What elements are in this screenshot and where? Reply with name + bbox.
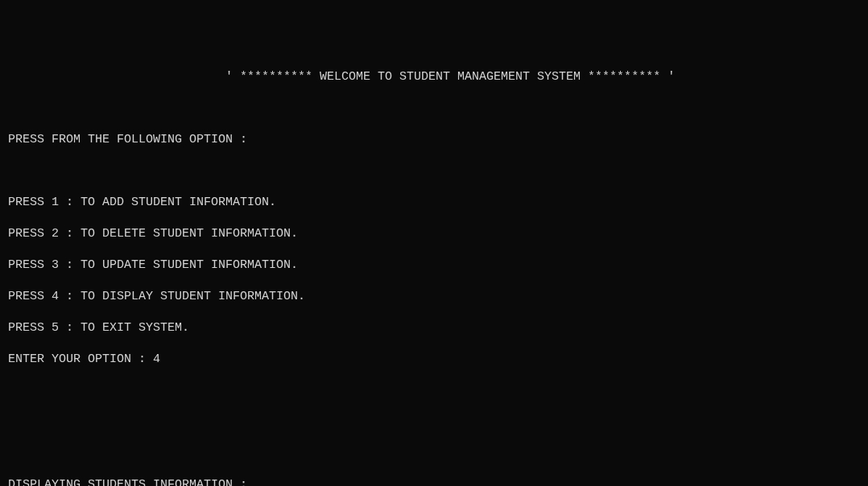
input-prompt-answered: ENTER YOUR OPTION : 4: [8, 352, 860, 368]
blank-line: [8, 414, 860, 430]
menu-option-3: PRESS 3 : TO UPDATE STUDENT INFORMATION.: [8, 257, 860, 274]
menu-option-5: PRESS 5 : TO EXIT SYSTEM.: [8, 320, 860, 336]
menu-option-4: PRESS 4 : TO DISPLAY STUDENT INFORMATION…: [8, 289, 860, 305]
blank-line: [8, 101, 860, 117]
menu-header: PRESS FROM THE FOLLOWING OPTION :: [8, 132, 860, 148]
welcome-banner: ' ********** WELCOME TO STUDENT MANAGEME…: [8, 69, 860, 85]
blank-line: [8, 163, 860, 179]
menu-option-2: PRESS 2 : TO DELETE STUDENT INFORMATION.: [8, 226, 860, 242]
menu-option-1: PRESS 1 : TO ADD STUDENT INFORMATION.: [8, 195, 860, 211]
display-header: DISPLAYING STUDENTS INFORMATION :: [8, 477, 860, 486]
blank-line: [8, 446, 860, 462]
blank-line: [8, 383, 860, 399]
